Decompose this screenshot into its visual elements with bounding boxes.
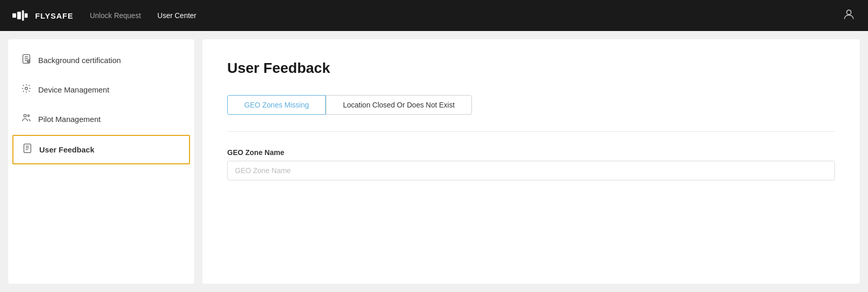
- logo-text: FLYSAFE: [35, 11, 73, 20]
- nav-user-center[interactable]: User Center: [157, 11, 196, 20]
- main-layout: Background certification Device Manageme…: [0, 31, 868, 292]
- sidebar-item-device-management-label: Device Management: [38, 85, 109, 94]
- user-icon[interactable]: [842, 8, 856, 23]
- sidebar-item-background-certification-label: Background certification: [38, 56, 121, 65]
- svg-point-11: [24, 114, 26, 117]
- header-left: FLYSAFE Unlock Request User Center: [12, 10, 196, 21]
- form-group-geo-zone-name: GEO Zone Name: [227, 148, 835, 180]
- svg-point-12: [28, 115, 29, 116]
- page-title: User Feedback: [227, 60, 835, 76]
- tab-row: GEO Zones Missing Location Closed Or Doe…: [227, 95, 835, 115]
- dji-logo-icon: [12, 10, 31, 21]
- device-icon: [21, 83, 32, 96]
- svg-point-4: [847, 10, 851, 14]
- pilot-icon: [21, 113, 32, 126]
- svg-rect-13: [24, 144, 30, 153]
- logo[interactable]: FLYSAFE: [12, 10, 73, 21]
- sidebar-item-device-management[interactable]: Device Management: [8, 75, 194, 104]
- tab-geo-zones-missing[interactable]: GEO Zones Missing: [227, 95, 326, 115]
- app-header: FLYSAFE Unlock Request User Center: [0, 0, 868, 31]
- svg-rect-0: [12, 13, 16, 18]
- sidebar: Background certification Device Manageme…: [8, 39, 194, 284]
- svg-rect-5: [23, 55, 29, 64]
- section-divider: [227, 131, 835, 132]
- nav-unlock-request[interactable]: Unlock Request: [90, 11, 141, 20]
- svg-rect-2: [22, 10, 24, 21]
- cert-icon: [21, 54, 32, 67]
- svg-rect-3: [25, 13, 28, 18]
- feedback-icon: [22, 143, 33, 156]
- sidebar-item-user-feedback[interactable]: User Feedback: [12, 135, 190, 164]
- tab-location-closed[interactable]: Location Closed Or Does Not Exist: [326, 95, 471, 115]
- svg-rect-1: [17, 12, 21, 19]
- geo-zone-name-label: GEO Zone Name: [227, 148, 835, 157]
- sidebar-item-pilot-management[interactable]: Pilot Management: [8, 104, 194, 134]
- sidebar-item-user-feedback-label: User Feedback: [39, 145, 94, 154]
- geo-zone-name-input[interactable]: [227, 161, 835, 180]
- svg-point-10: [25, 87, 28, 90]
- main-content: User Feedback GEO Zones Missing Location…: [202, 39, 860, 284]
- sidebar-item-pilot-management-label: Pilot Management: [38, 115, 101, 124]
- sidebar-item-background-certification[interactable]: Background certification: [8, 45, 194, 75]
